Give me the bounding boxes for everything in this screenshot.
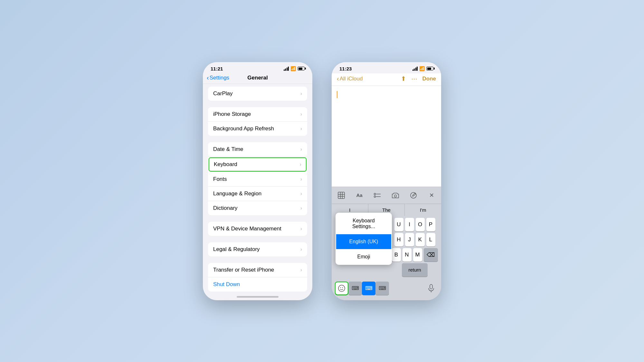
key-m[interactable]: M: [413, 248, 422, 262]
key-row-2: H J K L: [390, 233, 440, 246]
camera-icon[interactable]: [390, 190, 401, 201]
svg-point-10: [411, 192, 416, 198]
popup-emoji[interactable]: Emoji: [336, 249, 391, 264]
settings-section-storage: iPhone Storage › Background App Refresh …: [208, 107, 307, 136]
status-bar-1: 11:21 📶: [203, 62, 312, 73]
language-label: Language & Region: [213, 190, 261, 197]
home-indicator-1: [203, 294, 312, 300]
carplay-label: CarPlay: [213, 90, 232, 97]
settings-row-dictionary[interactable]: Dictionary ›: [208, 201, 307, 215]
chevron-icon: ›: [300, 205, 302, 211]
chevron-icon: ›: [300, 111, 302, 117]
settings-section-transfer: Transfer or Reset iPhone › Shut Down: [208, 263, 307, 292]
settings-row-language[interactable]: Language & Region ›: [208, 187, 307, 201]
notes-actions: ⬆ ··· Done: [401, 75, 436, 83]
back-label-settings[interactable]: Settings: [210, 75, 229, 81]
keyboard-layout-active[interactable]: ⌨: [362, 282, 375, 295]
quicktype-word-3[interactable]: I'm: [405, 204, 441, 216]
pen-icon[interactable]: [408, 190, 419, 201]
status-bar-2: 11:23 📶: [332, 62, 441, 73]
checklist-icon[interactable]: [372, 190, 383, 201]
iphone-notes: 11:23 📶 ‹ All iCloud ⬆ ··· Done: [332, 62, 441, 300]
settings-row-date-time[interactable]: Date & Time ›: [208, 142, 307, 157]
emoji-button[interactable]: [335, 282, 348, 295]
keyboard-language-popup[interactable]: Keyboard Settings... English (UK) Emoji: [336, 213, 392, 265]
keyboard-layout-1[interactable]: ⌨: [348, 282, 362, 295]
back-label-notes[interactable]: All iCloud: [340, 76, 363, 82]
status-icons-1: 📶: [284, 66, 305, 71]
iphone-settings: 11:21 📶 ‹ Settings General CarPlay: [203, 62, 312, 300]
key-k[interactable]: K: [416, 233, 425, 246]
settings-section-vpn: VPN & Device Management ›: [208, 222, 307, 236]
more-icon[interactable]: ···: [411, 75, 417, 83]
chevron-icon: ›: [300, 91, 302, 97]
settings-row-background-refresh[interactable]: Background App Refresh ›: [208, 122, 307, 136]
svg-point-5: [374, 193, 376, 195]
chevron-icon: ›: [300, 246, 302, 252]
key-o[interactable]: O: [416, 218, 425, 231]
signal-icon-2: [412, 67, 418, 71]
popup-english-uk[interactable]: English (UK): [336, 234, 391, 249]
chevron-icon: ›: [300, 267, 302, 273]
page-title-settings: General: [247, 75, 268, 81]
key-n[interactable]: N: [402, 248, 412, 262]
chevron-icon: ›: [300, 176, 302, 182]
settings-list: CarPlay › iPhone Storage › Background Ap…: [203, 84, 312, 294]
date-time-label: Date & Time: [213, 146, 243, 153]
key-i[interactable]: I: [405, 218, 414, 231]
settings-row-shutdown[interactable]: Shut Down: [208, 277, 307, 292]
fonts-label: Fonts: [213, 176, 227, 182]
settings-row-carplay[interactable]: CarPlay ›: [208, 87, 307, 101]
chevron-icon: ›: [300, 162, 301, 167]
table-icon[interactable]: [336, 190, 347, 201]
settings-row-legal[interactable]: Legal & Regulatory ›: [208, 242, 307, 256]
keyboard-layout-3[interactable]: ⌨: [375, 282, 389, 295]
back-button-settings[interactable]: ‹ Settings: [207, 74, 229, 81]
backspace-key[interactable]: ⌫: [424, 248, 438, 262]
settings-row-vpn[interactable]: VPN & Device Management ›: [208, 222, 307, 236]
settings-section-legal: Legal & Regulatory ›: [208, 242, 307, 256]
battery-icon: [298, 67, 305, 70]
keyboard-bottom-bar: ⌨ ⌨ ⌨: [332, 280, 441, 300]
settings-row-fonts[interactable]: Fonts ›: [208, 172, 307, 187]
status-icons-2: 📶: [412, 66, 434, 71]
key-p[interactable]: P: [426, 218, 435, 231]
key-row-1: U I O P: [390, 218, 440, 231]
transfer-label: Transfer or Reset iPhone: [213, 267, 274, 273]
background-refresh-label: Background App Refresh: [213, 125, 274, 132]
settings-row-keyboard[interactable]: Keyboard ›: [209, 157, 307, 172]
chevron-icon: ›: [300, 146, 302, 152]
key-l[interactable]: L: [426, 233, 435, 246]
keyboard-label: Keyboard: [214, 161, 237, 168]
popup-keyboard-settings[interactable]: Keyboard Settings...: [336, 213, 391, 234]
key-j[interactable]: J: [405, 233, 414, 246]
return-key[interactable]: return: [402, 263, 428, 277]
done-button[interactable]: Done: [422, 76, 436, 82]
svg-point-9: [394, 195, 397, 197]
key-u[interactable]: U: [394, 218, 403, 231]
key-b[interactable]: B: [392, 248, 401, 262]
key-row-3: B N M ⌫: [390, 248, 440, 262]
key-h[interactable]: H: [394, 233, 403, 246]
microphone-button[interactable]: [424, 282, 438, 295]
notes-nav-bar: ‹ All iCloud ⬆ ··· Done: [332, 73, 441, 86]
shutdown-label: Shut Down: [213, 281, 240, 288]
format-icon[interactable]: Aa: [354, 190, 365, 201]
share-icon[interactable]: ⬆: [401, 75, 406, 82]
legal-label: Legal & Regulatory: [213, 246, 260, 253]
settings-section-keyboard: Date & Time › Keyboard › Fonts › Languag…: [208, 142, 307, 215]
back-button-notes[interactable]: ‹ All iCloud: [337, 75, 363, 82]
battery-icon-2: [426, 67, 433, 70]
wifi-icon-2: 📶: [419, 66, 425, 71]
settings-row-transfer[interactable]: Transfer or Reset iPhone ›: [208, 263, 307, 277]
notes-editor[interactable]: [332, 86, 441, 187]
home-bar: [237, 296, 279, 298]
settings-row-iphone-storage[interactable]: iPhone Storage ›: [208, 107, 307, 122]
close-icon[interactable]: ✕: [426, 190, 437, 201]
settings-section-carplay: CarPlay ›: [208, 87, 307, 101]
key-row-4: return: [390, 263, 440, 277]
notes-toolbar: Aa ✕: [332, 187, 441, 204]
svg-point-12: [340, 287, 341, 288]
text-cursor: [337, 91, 337, 98]
svg-rect-0: [338, 192, 345, 199]
